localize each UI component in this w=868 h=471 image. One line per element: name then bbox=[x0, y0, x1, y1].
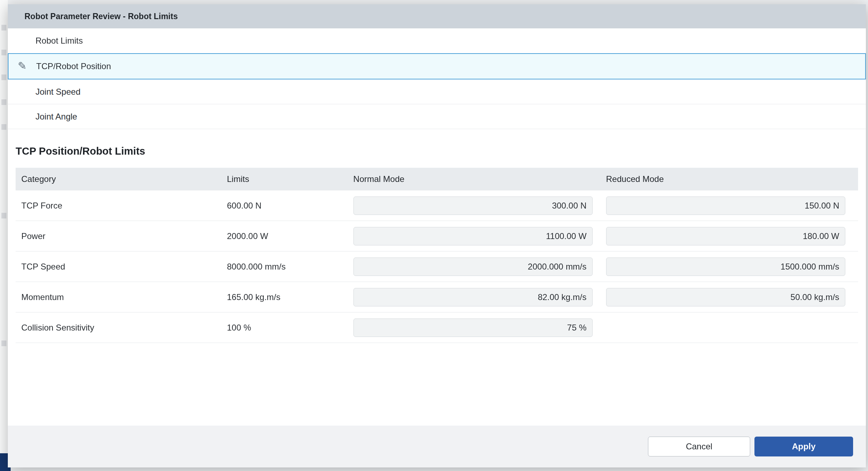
normal-mode-input[interactable] bbox=[353, 318, 593, 337]
nav-item-label: Robot Limits bbox=[35, 36, 83, 46]
nav-item-label: Joint Speed bbox=[35, 87, 81, 97]
pencil-icon: ✎ bbox=[18, 60, 27, 72]
limits-table: Category Limits Normal Mode Reduced Mode… bbox=[16, 168, 858, 343]
col-header-normal-mode: Normal Mode bbox=[353, 174, 605, 184]
background-fragment bbox=[1, 99, 6, 105]
table-row: Collision Sensitivity 100 % bbox=[16, 312, 858, 343]
cancel-button[interactable]: Cancel bbox=[648, 437, 750, 456]
limit-value: 8000.000 mm/s bbox=[226, 262, 353, 272]
reduced-mode-input[interactable] bbox=[606, 257, 845, 276]
limit-value: 2000.00 W bbox=[226, 231, 353, 241]
nav-item-label: TCP/Robot Position bbox=[36, 61, 111, 71]
robot-parameter-dialog: Robot Parameter Review - Robot Limits Ro… bbox=[8, 4, 866, 467]
reduced-mode-input[interactable] bbox=[606, 288, 845, 306]
category-label: Collision Sensitivity bbox=[16, 323, 226, 333]
dialog-footer: Cancel Apply bbox=[8, 426, 866, 467]
background-fragment bbox=[1, 50, 6, 55]
limit-value: 100 % bbox=[226, 323, 353, 333]
limit-value: 600.00 N bbox=[226, 201, 353, 211]
section-title: TCP Position/Robot Limits bbox=[16, 145, 866, 157]
table-row: TCP Speed 8000.000 mm/s bbox=[16, 251, 858, 282]
background-fragment bbox=[1, 25, 6, 31]
table-header-row: Category Limits Normal Mode Reduced Mode bbox=[16, 168, 858, 190]
category-label: Power bbox=[16, 231, 226, 241]
reduced-mode-input[interactable] bbox=[606, 196, 845, 215]
apply-button[interactable]: Apply bbox=[754, 437, 853, 456]
category-label: TCP Force bbox=[16, 201, 226, 211]
background-fragment bbox=[1, 74, 6, 80]
table-row: Momentum 165.00 kg.m/s bbox=[16, 282, 858, 312]
background-fragment bbox=[1, 124, 6, 130]
nav-item-label: Joint Angle bbox=[35, 112, 77, 122]
nav-item-robot-limits[interactable]: Robot Limits bbox=[8, 28, 866, 53]
limits-nav-list: Robot Limits ✎ TCP/Robot Position Joint … bbox=[8, 28, 866, 129]
limit-value: 165.00 kg.m/s bbox=[226, 292, 353, 302]
table-row: TCP Force 600.00 N bbox=[16, 190, 858, 221]
normal-mode-input[interactable] bbox=[353, 196, 593, 215]
table-row: Power 2000.00 W bbox=[16, 221, 858, 251]
background-app-sliver bbox=[0, 0, 8, 471]
dialog-content: TCP Position/Robot Limits Category Limit… bbox=[8, 129, 866, 426]
col-header-reduced-mode: Reduced Mode bbox=[605, 174, 858, 184]
category-label: TCP Speed bbox=[16, 262, 226, 272]
nav-item-joint-speed[interactable]: Joint Speed bbox=[8, 79, 866, 104]
col-header-category: Category bbox=[16, 174, 226, 184]
normal-mode-input[interactable] bbox=[353, 257, 593, 276]
normal-mode-input[interactable] bbox=[353, 288, 593, 306]
nav-item-joint-angle[interactable]: Joint Angle bbox=[8, 104, 866, 129]
dialog-title: Robot Parameter Review - Robot Limits bbox=[24, 12, 178, 21]
nav-item-tcp-robot-position[interactable]: ✎ TCP/Robot Position bbox=[8, 53, 866, 79]
category-label: Momentum bbox=[16, 292, 226, 302]
dialog-titlebar: Robot Parameter Review - Robot Limits bbox=[8, 4, 866, 28]
background-fragment bbox=[1, 213, 6, 218]
col-header-limits: Limits bbox=[226, 174, 353, 184]
reduced-mode-input[interactable] bbox=[606, 227, 845, 245]
normal-mode-input[interactable] bbox=[353, 227, 593, 245]
background-fragment bbox=[1, 340, 6, 346]
